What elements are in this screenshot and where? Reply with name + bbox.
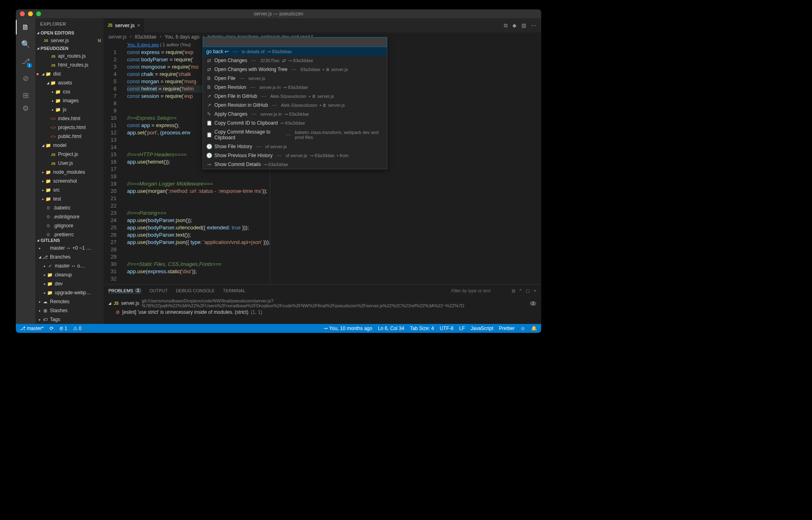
tree-item[interactable]: ▸📁images bbox=[35, 96, 104, 105]
tree-item[interactable]: ⚙.gitignore bbox=[35, 221, 104, 230]
status-branch[interactable]: ⎇ master* bbox=[20, 326, 44, 331]
extensions-icon[interactable]: ⊞ bbox=[21, 91, 30, 100]
gitlens-icon: ⊞ bbox=[42, 308, 48, 313]
tree-item[interactable]: JSUser.js bbox=[35, 159, 104, 168]
open-editor-item[interactable]: JSserver.jsM bbox=[35, 36, 104, 45]
file-icon: <> bbox=[50, 116, 56, 121]
status-encoding[interactable]: UTF-8 bbox=[440, 326, 454, 331]
palette-item[interactable]: 🕓Show Previous File History—of server.js… bbox=[203, 151, 387, 160]
tree-item[interactable]: ●◢📁dist bbox=[35, 69, 104, 78]
settings-icon[interactable]: ⚙ bbox=[21, 104, 30, 113]
palette-item[interactable]: ↗Open File in GitHub—Alek-S/pseudozen • … bbox=[203, 92, 387, 101]
editor-tab[interactable]: JS server.js × bbox=[104, 18, 145, 32]
tree-item[interactable]: ▸📁test bbox=[35, 194, 104, 203]
tree-item[interactable]: JSProject.js bbox=[35, 150, 104, 159]
status-cursor[interactable]: Ln 6, Col 34 bbox=[378, 326, 404, 331]
tree-item[interactable]: <>projects.html bbox=[35, 123, 104, 132]
status-eol[interactable]: LF bbox=[459, 326, 465, 331]
status-errors[interactable]: ⊘ 1 bbox=[59, 326, 67, 331]
status-feedback-icon[interactable]: ☺ bbox=[520, 326, 525, 331]
gitlens-item[interactable]: ▸📁upgrade-webp… bbox=[35, 288, 104, 297]
palette-item[interactable]: 📋Copy Commit ID to Clipboard ⊸ 83a3ddae bbox=[203, 119, 387, 127]
tab-debug-console[interactable]: DEBUG CONSOLE bbox=[176, 288, 215, 293]
tree-item[interactable]: ▸📁js bbox=[35, 105, 104, 114]
breadcrumb-hash[interactable]: 83a3ddae bbox=[135, 34, 156, 40]
gitlens-item[interactable]: ▸⊞Stashes bbox=[35, 306, 104, 315]
palette-item[interactable]: ⇄Open Changes with Working Tree—83a3ddae… bbox=[203, 65, 387, 74]
gitlens-item[interactable]: ▸☁Remotes bbox=[35, 297, 104, 306]
collapse-icon[interactable]: ⊟ bbox=[512, 288, 515, 293]
palette-item[interactable]: 🗎Open File—server.js bbox=[203, 74, 387, 83]
palette-item[interactable]: 🗎Open Revision—server.js in ⊸ 83a3ddae bbox=[203, 83, 387, 92]
tab-label: server.js bbox=[115, 22, 134, 28]
tree-item[interactable]: ⚙.prettierrc bbox=[35, 230, 104, 237]
minimize-window[interactable] bbox=[28, 11, 33, 16]
palette-item-icon: 🕓 bbox=[206, 153, 212, 158]
tree-item[interactable]: ▸📁screenshot bbox=[35, 177, 104, 186]
palette-item[interactable]: 🕓Show File History—of server.js bbox=[203, 142, 387, 151]
tree-item[interactable]: JShtml_routes.js bbox=[35, 60, 104, 69]
js-icon: JS bbox=[114, 301, 119, 306]
tree-item[interactable]: <>index.html bbox=[35, 114, 104, 123]
close-tab-icon[interactable]: × bbox=[137, 22, 140, 28]
status-blame[interactable]: ⊸ You, 10 months ago bbox=[324, 326, 372, 331]
tree-item[interactable]: ⚙.babelrc bbox=[35, 203, 104, 212]
open-editors-section[interactable]: OPEN EDITORS bbox=[35, 30, 104, 36]
maximize-panel-icon[interactable]: ▢ bbox=[526, 288, 530, 293]
gitlens-item[interactable]: ▸✓master ↔ o… bbox=[35, 261, 104, 270]
palette-item[interactable]: 📋Copy Commit Message to Clipboard—babelr… bbox=[203, 127, 387, 142]
palette-item[interactable]: ⇄Open Changes—323575ac ⇄ ⊸ 83a3ddae bbox=[203, 56, 387, 65]
palette-input[interactable] bbox=[203, 37, 387, 47]
status-warnings[interactable]: ⚠ 0 bbox=[73, 326, 82, 331]
split-right-icon[interactable]: ▥ bbox=[521, 22, 526, 28]
search-icon[interactable]: 🔍 bbox=[21, 39, 30, 49]
chevron-up-icon[interactable]: ^ bbox=[519, 288, 521, 293]
tab-output[interactable]: OUTPUT bbox=[149, 288, 168, 293]
status-language[interactable]: JavaScript bbox=[471, 326, 493, 331]
tree-item[interactable]: ◢📁model bbox=[35, 141, 104, 150]
tree-item[interactable]: ▸📁src bbox=[35, 186, 104, 194]
close-window[interactable] bbox=[20, 11, 25, 16]
status-sync[interactable]: ⟳ bbox=[50, 326, 54, 331]
gitlens-section[interactable]: GITLENS bbox=[35, 237, 104, 244]
gitlens-item[interactable]: ▸master ↔ +0 ~1 … bbox=[35, 244, 104, 252]
palette-item[interactable]: ✎Apply Changes—server.js in ⊸ 83a3ddae bbox=[203, 110, 387, 119]
diff-icon[interactable]: ◆ bbox=[512, 22, 516, 28]
gitlens-icon: ✓ bbox=[47, 263, 53, 269]
titlebar: server.js — pseudozen bbox=[16, 9, 541, 18]
status-tabsize[interactable]: Tab Size: 4 bbox=[410, 326, 434, 331]
tree-item[interactable]: ▸📁node_modules bbox=[35, 168, 104, 177]
gitlens-item[interactable]: ▸🏷Tags bbox=[35, 315, 104, 324]
palette-goback[interactable]: go back ↩ — to details of ⊸ 83a3ddae bbox=[203, 47, 387, 56]
explorer-icon[interactable]: 🗎 bbox=[21, 22, 30, 32]
more-icon[interactable]: ⋯ bbox=[531, 22, 536, 28]
tree-item[interactable]: ▸📁css bbox=[35, 87, 104, 96]
project-section[interactable]: PSEUDOZEN bbox=[35, 45, 104, 52]
debug-icon[interactable]: ⊘ bbox=[21, 73, 30, 83]
tree-item[interactable]: JSapi_routes.js bbox=[35, 52, 104, 60]
split-icon[interactable]: ⧉ bbox=[504, 22, 508, 29]
gitlens-item[interactable]: ▸📁cleanup bbox=[35, 270, 104, 279]
problem-item[interactable]: ⊘ [eslint] 'use strict' is unnecessary i… bbox=[108, 308, 536, 315]
breadcrumb-file[interactable]: server.js bbox=[108, 34, 127, 40]
sidebar: EXPLORER OPEN EDITORS JSserver.jsM PSEUD… bbox=[35, 18, 104, 324]
source-control-icon[interactable]: ⎇1 bbox=[21, 56, 30, 66]
chevron-down-icon: ◢ bbox=[108, 301, 111, 305]
close-panel-icon[interactable]: × bbox=[534, 288, 536, 293]
problem-file-row[interactable]: ◢ JS server.js git:/Users/noradbase/Drop… bbox=[108, 298, 536, 308]
tab-problems[interactable]: PROBLEMS1 bbox=[108, 288, 141, 293]
gitlens-item[interactable]: ▸📁dev bbox=[35, 279, 104, 288]
file-icon: ⚙ bbox=[45, 223, 52, 229]
status-prettier[interactable]: Prettier bbox=[499, 326, 515, 331]
tree-item[interactable]: ◢📁assets bbox=[35, 78, 104, 87]
problems-filter[interactable] bbox=[451, 288, 508, 293]
gitlens-item[interactable]: ◢⎇Branches bbox=[35, 252, 104, 261]
palette-item[interactable]: ↗Open Revision in GitHub—Alek-S/pseudoze… bbox=[203, 101, 387, 110]
tree-item[interactable]: <>public.html bbox=[35, 132, 104, 141]
codelens[interactable]: You, 6 days ago | 1 author (You) bbox=[127, 41, 191, 48]
tree-item[interactable]: ⚙.eslintignore bbox=[35, 212, 104, 221]
maximize-window[interactable] bbox=[36, 11, 41, 16]
tab-terminal[interactable]: TERMINAL bbox=[223, 288, 246, 293]
palette-item[interactable]: ⊸Show Commit Details ⊸ 83a3ddae bbox=[203, 160, 387, 169]
status-bell-icon[interactable]: 🔔 bbox=[531, 326, 537, 331]
